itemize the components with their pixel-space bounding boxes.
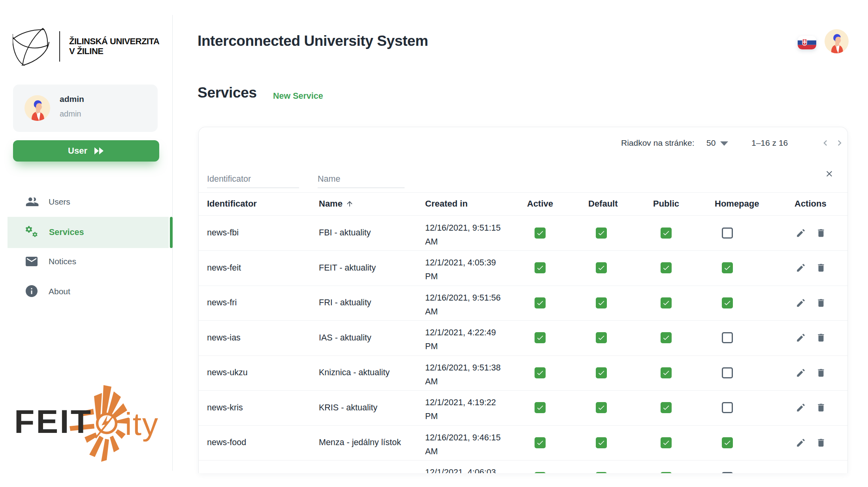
svg-text:FEIT: FEIT bbox=[14, 403, 92, 440]
svg-text:ity: ity bbox=[125, 406, 159, 442]
